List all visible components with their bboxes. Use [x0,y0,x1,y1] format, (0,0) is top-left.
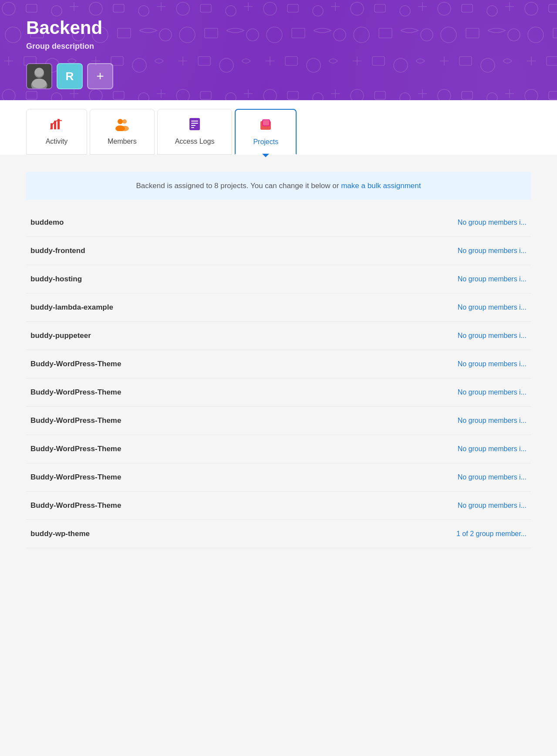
tab-projects[interactable]: Projects [235,109,297,155]
tab-access-logs[interactable]: Access Logs [157,109,233,155]
project-name: Buddy-WordPress-Theme [30,501,121,510]
tabs-container: Activity Members Access Logs [0,100,557,155]
project-name: Buddy-WordPress-Theme [30,388,121,397]
page-title: Backend [26,17,531,38]
projects-list: buddemoNo group members i...buddy-fronte… [26,209,531,548]
tab-projects-label: Projects [253,138,278,146]
add-member-button[interactable]: + [87,63,113,89]
table-row: buddemoNo group members i... [26,209,531,237]
table-row: Buddy-WordPress-ThemeNo group members i.… [26,492,531,520]
table-row: Buddy-WordPress-ThemeNo group members i.… [26,378,531,407]
info-text: Backend is assigned to 8 projects. You c… [136,182,341,190]
project-status[interactable]: 1 of 2 group member... [456,530,527,538]
project-name: buddy-frontend [30,246,85,255]
svg-rect-14 [191,123,198,124]
bulk-assignment-link[interactable]: make a bulk assignment [341,182,421,190]
table-row: buddy-wp-theme1 of 2 group member... [26,520,531,548]
tab-members[interactable]: Members [90,109,155,155]
access-logs-icon [188,117,202,134]
header-banner: Backend Group description R + [0,0,557,100]
project-name: buddy-lambda-example [30,303,113,312]
project-status[interactable]: No group members i... [458,473,527,481]
table-row: Buddy-WordPress-ThemeNo group members i.… [26,463,531,492]
table-row: buddy-puppeteerNo group members i... [26,322,531,350]
project-status[interactable]: No group members i... [458,445,527,453]
table-row: buddy-lambda-exampleNo group members i..… [26,294,531,322]
project-status[interactable]: No group members i... [458,502,527,510]
tab-members-label: Members [108,138,137,145]
project-status[interactable]: No group members i... [458,332,527,340]
project-name: Buddy-WordPress-Theme [30,360,121,368]
table-row: Buddy-WordPress-ThemeNo group members i.… [26,350,531,378]
project-name: buddemo [30,218,64,227]
activity-icon [50,117,64,134]
table-row: buddy-hostingNo group members i... [26,265,531,294]
avatar-photo[interactable] [26,63,52,89]
svg-point-3 [35,68,44,77]
project-name: buddy-puppeteer [30,331,91,340]
svg-rect-15 [191,125,196,126]
avatar-letter[interactable]: R [57,63,83,89]
svg-rect-13 [191,121,198,122]
project-status[interactable]: No group members i... [458,304,527,311]
info-banner: Backend is assigned to 8 projects. You c… [26,172,531,200]
svg-point-4 [32,79,47,88]
svg-point-11 [121,126,129,131]
table-row: Buddy-WordPress-ThemeNo group members i.… [26,407,531,435]
project-name: buddy-hosting [30,275,82,284]
project-status[interactable]: No group members i... [458,219,527,226]
projects-icon [259,118,273,135]
table-row: buddy-frontendNo group members i... [26,237,531,265]
project-name: Buddy-WordPress-Theme [30,445,121,453]
project-status[interactable]: No group members i... [458,360,527,368]
project-status[interactable]: No group members i... [458,417,527,425]
svg-rect-12 [189,118,200,130]
group-description: Group description [26,42,531,51]
svg-rect-19 [263,120,269,125]
project-status[interactable]: No group members i... [458,275,527,283]
avatar-image [27,64,51,88]
project-status[interactable]: No group members i... [458,247,527,255]
project-name: buddy-wp-theme [30,530,90,538]
project-name: Buddy-WordPress-Theme [30,416,121,425]
tab-access-logs-label: Access Logs [175,138,215,145]
svg-point-9 [122,119,127,124]
members-icon [115,117,129,134]
avatar-row: R + [26,63,531,89]
svg-rect-16 [191,127,194,128]
svg-point-8 [118,119,123,124]
table-row: Buddy-WordPress-ThemeNo group members i.… [26,435,531,463]
project-name: Buddy-WordPress-Theme [30,473,121,482]
tab-activity[interactable]: Activity [26,109,87,155]
tab-activity-label: Activity [46,138,68,145]
project-status[interactable]: No group members i... [458,388,527,396]
